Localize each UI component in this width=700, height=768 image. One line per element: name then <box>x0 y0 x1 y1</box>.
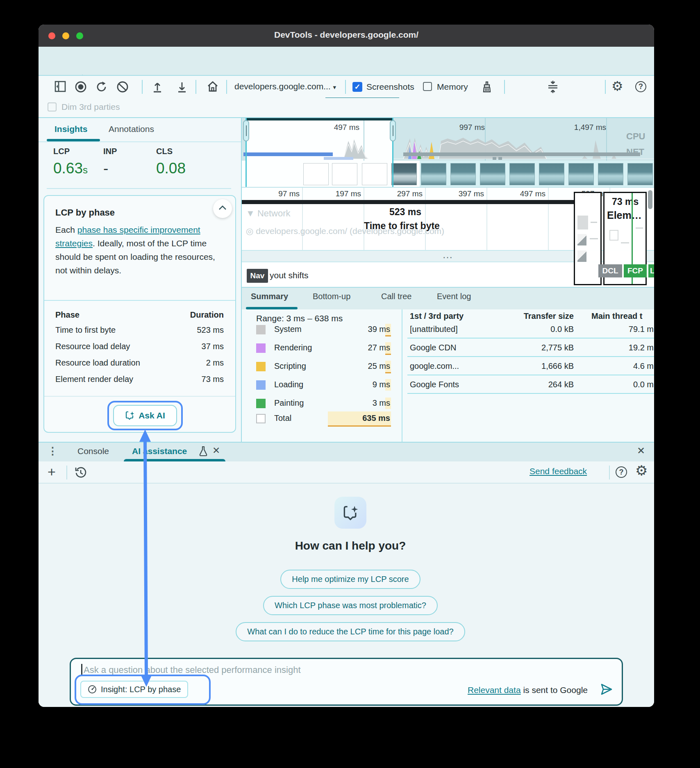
total-swatch <box>256 414 266 423</box>
ask-ai-button[interactable]: Ask AI <box>113 405 177 426</box>
main-thread-col-header[interactable]: Main thread t <box>591 311 642 321</box>
party-cell-main: 4.6 m <box>613 361 654 371</box>
send-feedback-link[interactable]: Send feedback <box>530 466 587 476</box>
tab-event-log[interactable]: Event log <box>437 292 471 301</box>
party-col-header[interactable]: 1st / 3rd party <box>410 311 464 321</box>
page-selector[interactable]: developers.google.com... ▾ <box>234 82 336 91</box>
net-track-label: NET <box>626 147 644 157</box>
collapse-sections-icon[interactable] <box>547 80 559 93</box>
filmstrip-thumbnail-blank[interactable] <box>332 163 357 185</box>
total-value: 635 ms <box>341 414 390 423</box>
minimap-right-handle[interactable] <box>390 120 396 141</box>
filmstrip-thumbnail-blank[interactable] <box>303 163 329 185</box>
ttfb-label-overlay: Time to first byte <box>364 220 440 232</box>
performance-toolbar: developers.google.com... ▾ ✓ Screenshots… <box>39 76 654 98</box>
chevron-down-icon: ▾ <box>333 84 336 91</box>
ai-help-icon[interactable]: ? <box>616 466 627 478</box>
sidebar-tab-insights[interactable]: Insights <box>55 124 88 134</box>
performance-gauge-icon <box>88 685 97 694</box>
memory-checkbox[interactable] <box>423 82 432 91</box>
suggestion-chip[interactable]: Which LCP phase was most problematic? <box>263 596 438 615</box>
category-label: Loading <box>274 380 303 389</box>
party-cell-transfer: 2,775 kB <box>512 343 574 352</box>
drawer-menu-icon[interactable]: ⋮ <box>48 445 58 457</box>
party-cell-main: 0.0 m <box>613 380 654 389</box>
sidebar-tab-annotations[interactable]: Annotations <box>109 124 154 134</box>
expand-tracks-ellipsis[interactable]: … <box>442 248 454 261</box>
ruler-tick-label: 97 ms <box>263 189 300 198</box>
insight-chip-label: Insight: LCP by phase <box>101 685 181 694</box>
suggestion-chips: Help me optimize my LCP score Which LCP … <box>80 570 621 641</box>
ai-spark-icon <box>125 411 135 420</box>
ai-assistance-logo <box>334 497 366 529</box>
screenshots-checkbox[interactable]: ✓ <box>352 82 362 92</box>
window-title: DevTools - developers.google.com/ <box>39 30 654 40</box>
cpu-track-label: CPU <box>626 131 645 142</box>
history-icon[interactable] <box>75 466 87 479</box>
party-cell-name[interactable]: google.com... <box>410 361 459 371</box>
layout-shifts-label: yout shifts <box>270 270 309 280</box>
lcp-label: LCP <box>53 147 70 156</box>
drawer-tab-console[interactable]: Console <box>77 446 109 456</box>
phase-row-label: Time to first byte <box>55 325 116 335</box>
send-icon[interactable] <box>600 683 614 696</box>
cls-value: 0.08 <box>156 160 186 177</box>
devtools-window: DevTools - developers.google.com/ Elemen… <box>39 25 654 707</box>
close-ai-tab-icon[interactable]: ✕ <box>212 445 220 456</box>
upload-profile-icon[interactable] <box>152 81 163 93</box>
element-render-label: Elem… <box>607 209 642 221</box>
insight-context-chip[interactable]: Insight: LCP by phase <box>80 681 188 698</box>
total-label: Total <box>274 414 291 423</box>
help-icon[interactable]: ? <box>635 81 646 92</box>
relevant-data-link[interactable]: Relevant data <box>468 685 521 695</box>
tab-bottom-up[interactable]: Bottom-up <box>313 292 350 301</box>
category-swatch <box>256 325 266 334</box>
dcl-marker[interactable]: DCL <box>598 264 622 277</box>
tab-summary[interactable]: Summary <box>251 292 288 301</box>
minimap-left-handle[interactable] <box>243 120 249 141</box>
nav-badge[interactable]: Nav <box>247 269 268 283</box>
minimap-selected-range-bar <box>246 118 393 120</box>
party-cell-name[interactable]: Google Fonts <box>410 380 459 389</box>
filmstrip-thumbnail-blank[interactable] <box>362 163 387 185</box>
reload-icon[interactable] <box>95 81 108 93</box>
duration-column-header: Duration <box>150 310 224 320</box>
ask-ai-label: Ask AI <box>139 411 165 420</box>
title-bar: DevTools - developers.google.com/ <box>39 25 654 47</box>
clear-icon[interactable] <box>116 81 129 93</box>
record-icon[interactable] <box>75 81 87 93</box>
panel-layout-icon[interactable] <box>55 81 66 92</box>
fcp-marker[interactable]: FCP <box>624 264 647 277</box>
drawer-tab-ai-assistance[interactable]: AI assistance <box>132 446 187 456</box>
suggestion-chip[interactable]: Help me optimize my LCP score <box>280 570 420 589</box>
party-cell-name[interactable]: [unattributed] <box>410 325 458 334</box>
new-chat-icon[interactable]: + <box>48 464 56 480</box>
filmstrip-thumbnail[interactable] <box>391 163 417 185</box>
collapse-card-button[interactable] <box>213 199 232 218</box>
phase-row-label: Resource load duration <box>55 358 140 368</box>
home-icon[interactable] <box>207 80 219 93</box>
perf-settings-gear-icon[interactable]: ⚙ <box>611 78 623 94</box>
network-section-label[interactable]: ▼ Network <box>246 208 291 219</box>
phase-column-header: Phase <box>55 310 80 320</box>
category-swatch <box>256 343 266 353</box>
party-cell-name[interactable]: Google CDN <box>410 343 456 352</box>
inp-value: - <box>103 160 108 177</box>
phase-row-value: 73 ms <box>150 375 224 384</box>
lcp-by-phase-card: LCP by phase Each phase has specific imp… <box>43 195 236 433</box>
transfer-col-header[interactable]: Transfer size <box>512 311 574 321</box>
garbage-collect-icon[interactable] <box>481 81 493 93</box>
close-drawer-icon[interactable]: ✕ <box>637 445 645 457</box>
scrollbar-thumb[interactable] <box>648 190 652 209</box>
dim-third-parties-checkbox[interactable] <box>48 102 57 111</box>
tab-call-tree[interactable]: Call tree <box>381 292 411 301</box>
ai-settings-gear-icon[interactable]: ⚙ <box>635 462 648 479</box>
ai-prompt-placeholder: Ask a question about the selected perfor… <box>84 665 301 675</box>
suggestion-chip[interactable]: What can I do to reduce the LCP time for… <box>236 622 465 641</box>
l-marker[interactable]: L <box>648 264 654 277</box>
ruler-tick-label: 297 ms <box>386 189 423 198</box>
network-overview-bar-secondary <box>324 157 353 160</box>
ttfb-span-bar[interactable] <box>242 200 574 204</box>
phase-row-label: Resource load delay <box>55 342 130 351</box>
download-profile-icon[interactable] <box>176 81 188 93</box>
